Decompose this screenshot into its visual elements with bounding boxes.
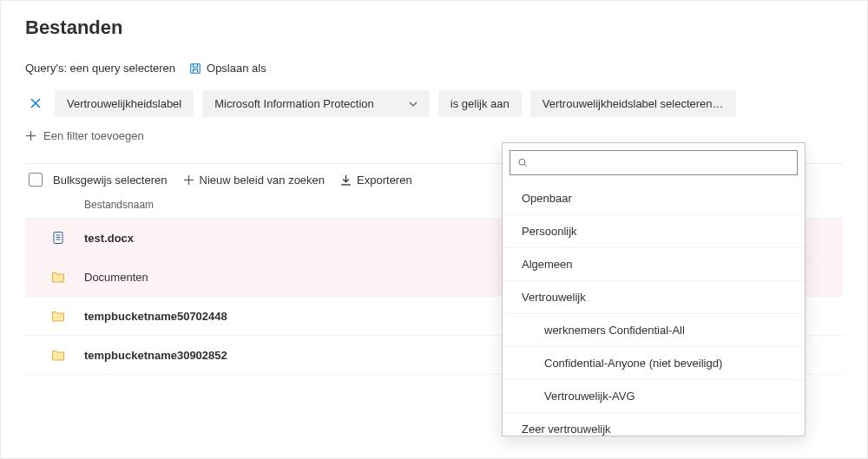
dropdown-option[interactable]: Confidential-Anyone (niet beveiligd): [503, 347, 805, 380]
svg-line-14: [524, 164, 527, 167]
file-name: tempbucketname30902852: [84, 349, 227, 362]
filter-field-pill[interactable]: Vertrouwelijkheidslabel: [55, 90, 194, 117]
add-filter-label: Een filter toevoegen: [43, 129, 144, 142]
folder-icon: [51, 309, 65, 323]
export-button[interactable]: Exporteren: [340, 174, 412, 187]
file-name: test.docx: [84, 232, 134, 245]
chevron-down-icon: [409, 100, 418, 108]
doc-icon: [51, 231, 65, 245]
svg-rect-0: [191, 63, 201, 73]
file-name: Documenten: [84, 271, 148, 284]
dropdown-option[interactable]: Algemeen: [503, 248, 805, 281]
close-icon: [30, 98, 41, 108]
remove-filter-button[interactable]: [25, 93, 46, 115]
save-as-label: Opslaan als: [207, 62, 266, 75]
save-as-button[interactable]: Opslaan als: [189, 62, 266, 75]
plus-icon: [25, 130, 36, 141]
filter-operator-pill[interactable]: is gelijk aan: [438, 90, 522, 117]
save-icon: [189, 62, 201, 75]
plus-icon: [183, 174, 194, 186]
filter-value-pill[interactable]: Vertrouwelijkheidslabel selecteren…: [530, 90, 736, 117]
add-filter-button[interactable]: Een filter toevoegen: [25, 129, 843, 142]
folder-icon: [51, 348, 65, 362]
download-icon: [340, 174, 352, 186]
export-label: Exporteren: [357, 174, 412, 187]
page-title: Bestanden: [25, 16, 843, 39]
dropdown-option[interactable]: werknemers Confidential-All: [503, 314, 805, 347]
filter-source-label: Microsoft Information Protection: [214, 97, 374, 110]
query-selector[interactable]: Query's: een query selecteren: [25, 62, 175, 75]
new-policy-button[interactable]: Nieuw beleid van zoeken: [183, 174, 326, 187]
new-policy-label: Nieuw beleid van zoeken: [200, 174, 326, 187]
bulk-select-toggle[interactable]: Bulksgewijs selecteren: [29, 173, 168, 187]
search-icon: [517, 157, 528, 168]
label-dropdown: OpenbaarPersoonlijkAlgemeenVertrouwelijk…: [502, 142, 806, 436]
dropdown-option[interactable]: Openbaar: [503, 182, 805, 215]
filter-source-pill[interactable]: Microsoft Information Protection: [202, 90, 430, 117]
svg-point-13: [519, 159, 525, 165]
dropdown-search-input[interactable]: [533, 155, 790, 170]
bulk-select-label: Bulksgewijs selecteren: [53, 174, 168, 187]
dropdown-option[interactable]: Vertrouwelijk-AVG: [503, 380, 805, 413]
dropdown-search-field[interactable]: [510, 150, 798, 175]
checkbox-icon: [29, 173, 43, 187]
file-name: tempbucketname50702448: [84, 310, 227, 323]
dropdown-option[interactable]: Vertrouwelijk: [503, 281, 805, 314]
folder-icon: [51, 270, 65, 284]
dropdown-option[interactable]: Persoonlijk: [503, 215, 805, 248]
dropdown-option[interactable]: Zeer vertrouwelijk: [503, 413, 805, 436]
